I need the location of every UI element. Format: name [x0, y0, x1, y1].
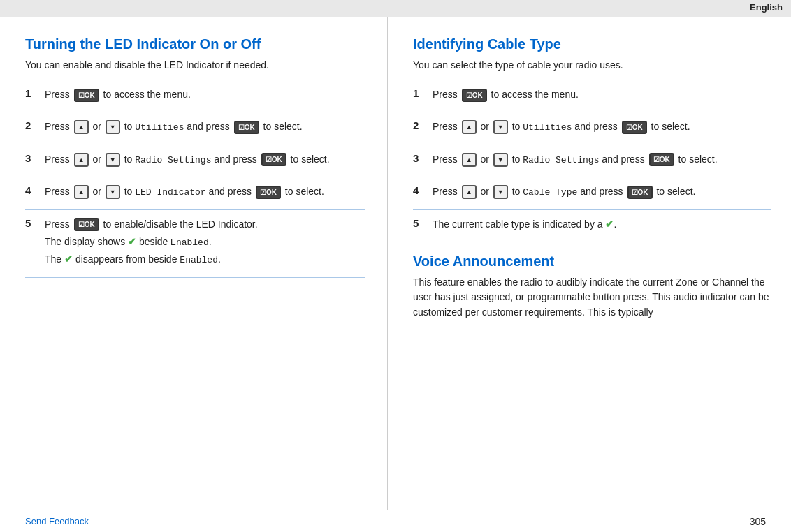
right-step-1: 1 Press ☑OK to access the menu.: [413, 80, 771, 112]
r-up-4: [462, 185, 477, 199]
right-step-1-body: Press ☑OK to access the menu.: [433, 87, 771, 105]
right-section-title: Identifying Cable Type: [413, 36, 771, 52]
up-button-icon-4: [74, 185, 89, 199]
right-column: Identifying Cable Type You can select th…: [388, 17, 791, 510]
left-step-2: 2 Press or to Utilities and press ☑OK to…: [25, 112, 365, 145]
left-step-5: 5 Press ☑OK to enable/disable the LED In…: [25, 210, 365, 278]
left-step-5-body: Press ☑OK to enable/disable the LED Indi…: [45, 217, 365, 270]
up-button-icon-3: [74, 153, 89, 167]
footer: Send Feedback 305: [0, 510, 791, 532]
right-step-2-num: 2: [413, 119, 433, 138]
right-step-1-num: 1: [413, 87, 433, 105]
r-down-4: [493, 185, 508, 199]
left-steps-list: 1 Press ☑OK to access the menu. 2 Press …: [25, 80, 365, 278]
checkmark-1: ✔: [128, 236, 136, 247]
left-step-5-num: 5: [25, 217, 45, 270]
left-section-desc: You can enable and disable the LED Indic…: [25, 59, 365, 71]
right-step-3-body: Press or to Radio Settings and press ☑OK…: [433, 152, 771, 170]
down-button-icon-4: [106, 185, 120, 199]
top-bar: English: [0, 0, 791, 17]
r-up-3: [462, 153, 477, 167]
left-step-3-body: Press or to Radio Settings and press ☑OK…: [45, 152, 365, 170]
right-step-5: 5 The current cable type is indicated by…: [413, 210, 771, 242]
page-number: 305: [750, 516, 766, 527]
ok-button-icon: ☑OK: [74, 89, 99, 102]
left-step-4: 4 Press or to LED Indicator and press ☑O…: [25, 177, 365, 210]
left-step-1: 1 Press ☑OK to access the menu.: [25, 80, 365, 112]
right-step-2: 2 Press or to Utilities and press ☑OK to…: [413, 112, 771, 145]
down-button-icon: [106, 120, 120, 134]
right-step-3: 3 Press or to Radio Settings and press ☑…: [413, 145, 771, 178]
ok-button-icon-3: ☑OK: [261, 153, 286, 166]
right-step-4-num: 4: [413, 184, 433, 202]
ok-button-icon-5: ☑OK: [74, 218, 99, 231]
left-step-2-body: Press or to Utilities and press ☑OK to s…: [45, 119, 365, 138]
language-label: English: [750, 2, 783, 13]
right-step-4: 4 Press or to Cable Type and press ☑OK t…: [413, 177, 771, 210]
right-step-5-num: 5: [413, 217, 433, 235]
r-down-3: [493, 153, 508, 167]
right-step-2-body: Press or to Utilities and press ☑OK to s…: [433, 119, 771, 138]
r-ok-2: ☑OK: [622, 121, 647, 134]
left-step-3-num: 3: [25, 152, 45, 170]
r-up-2: [462, 120, 477, 134]
send-feedback-link[interactable]: Send Feedback: [25, 516, 89, 526]
left-column: Turning the LED Indicator On or Off You …: [0, 17, 388, 510]
checkmark-2: ✔: [64, 253, 73, 265]
voice-announcement-desc: This feature enables the radio to audibl…: [413, 275, 771, 320]
left-step-4-num: 4: [25, 184, 45, 202]
r-ok-1: ☑OK: [462, 89, 487, 102]
down-button-icon-3: [106, 153, 120, 167]
right-step-3-num: 3: [413, 152, 433, 170]
ok-button-icon-4: ☑OK: [256, 186, 281, 199]
voice-announcement-title: Voice Announcement: [413, 253, 771, 269]
left-step-3: 3 Press or to Radio Settings and press ☑…: [25, 145, 365, 178]
up-button-icon: [74, 120, 89, 134]
right-step-5-body: The current cable type is indicated by a…: [433, 217, 771, 235]
right-section-desc: You can select the type of cable your ra…: [413, 59, 771, 71]
left-step-2-num: 2: [25, 119, 45, 138]
left-step-1-body: Press ☑OK to access the menu.: [45, 87, 365, 105]
r-down-2: [493, 120, 508, 134]
left-step-1-num: 1: [25, 87, 45, 105]
r-ok-3: ☑OK: [649, 153, 674, 166]
right-steps-list: 1 Press ☑OK to access the menu. 2 Press …: [413, 80, 771, 242]
right-step-4-body: Press or to Cable Type and press ☑OK to …: [433, 184, 771, 202]
left-step-4-body: Press or to LED Indicator and press ☑OK …: [45, 184, 365, 202]
ok-button-icon-2: ☑OK: [234, 121, 259, 134]
r-checkmark-1: ✔: [605, 219, 614, 230]
left-section-title: Turning the LED Indicator On or Off: [25, 36, 365, 52]
r-ok-4: ☑OK: [627, 186, 653, 199]
